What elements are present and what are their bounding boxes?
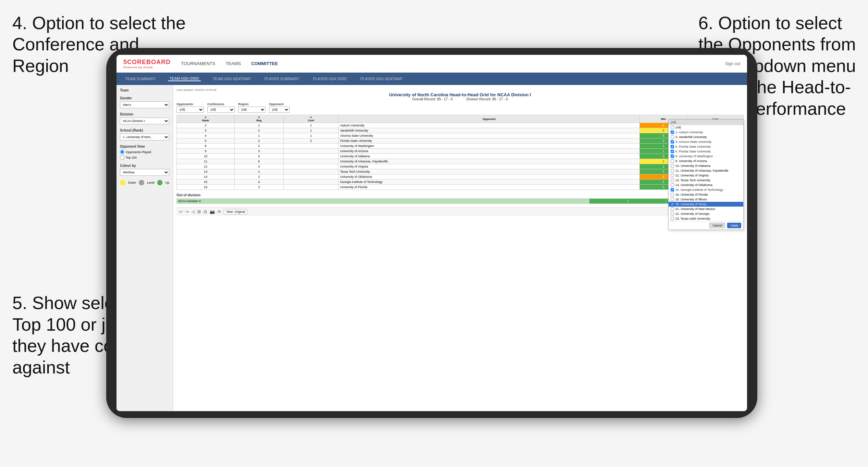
dropdown-item[interactable]: 9. University of Arizona [669,159,743,163]
dropdown-item[interactable]: 14. University of Oklahoma [669,183,743,187]
table-row: 14 2 University of Oklahoma 2 2 [177,174,744,180]
tab-team-h2h-grid[interactable]: TEAM H2H GRID [168,76,201,81]
dropdown-item[interactable]: 20. University of Texas [669,202,743,207]
dropdown-item[interactable]: 8. University of Washington [669,154,743,159]
dropdown-item[interactable]: 23. Texas A&M University [669,216,743,221]
apply-button[interactable]: Apply [727,223,741,228]
cell-reg: 2 [234,138,283,144]
paste-icon[interactable]: ⊟ [204,209,207,214]
dropdown-item[interactable]: 22. University of Georgia [669,211,743,216]
filter-row: Opponents: (All) Conference (All) Region [176,102,744,113]
toolbar-bottom: ↩ ↪ ◁ ⊞ ⊟ 📷 ⟳ View: Original [176,207,744,216]
out-of-division-row: NCAA Division II 1 0 [177,199,744,204]
tab-player-h2h-heatmap[interactable]: PLAYER H2H HEATMAP [359,77,404,81]
col-opponent: Opponent [339,115,639,123]
cell-conf: 2 [283,138,339,144]
cell-opponent: Georgia Institute of Technology [339,180,639,185]
nav-teams[interactable]: TEAMS [225,59,241,68]
top-100-radio[interactable]: Top 100 [120,155,169,160]
sub-nav: TEAM SUMMARY TEAM H2H GRID TEAM H2H HEAT… [117,73,747,85]
cell-opponent: University of Arkansas, Fayetteville [339,159,639,164]
dropdown-item[interactable]: 10. University of Alabama [669,163,743,168]
conference-filter-select[interactable]: (All) [207,107,235,113]
school-select[interactable]: 1. University of Nort... [120,134,169,140]
dropdown-item[interactable]: 4. Arizona State University [669,139,743,144]
nav-committee[interactable]: COMMITTEE [251,59,278,68]
table-row: 4 1 1 Arizona State University 5 1 [177,133,744,138]
dropdown-item[interactable]: 11. University of Arkansas, Fayetteville [669,168,743,173]
dropdown-item-label: 11. University of Arkansas, Fayetteville [675,169,729,172]
region-filter-select[interactable]: (All) [238,107,266,113]
grid-title: University of North Carolina Head-to-Hea… [176,92,744,97]
overall-record: Overall Record: 89 - 17 - 0 [412,97,453,101]
cell-rank: 16 [177,185,235,190]
tab-player-summary[interactable]: PLAYER SUMMARY [263,77,301,81]
opponent-filter-select[interactable]: (All) [269,107,290,113]
right-area: Last Updated: 4/8/2024 16:55:38 Universi… [173,85,747,411]
dropdown-item-label: 8. University of Washington [675,155,713,158]
colour-by-select[interactable]: Win/loss [120,169,169,176]
dropdown-item[interactable]: 12. University of Virginia [669,173,743,178]
dropdown-item-label: (All) [675,126,681,129]
refresh-icon[interactable]: ⟳ [218,209,221,214]
dropdown-item[interactable]: 16. University of Florida [669,192,743,197]
cancel-button[interactable]: Cancel [709,223,725,228]
dropdown-item-label: 5. Florida State University [675,145,711,148]
cell-reg: 2 [234,174,283,180]
opponent-dropdown[interactable]: (All) (All)2. Auburn University3. Vander… [668,119,744,230]
cell-conf: 1 [283,128,339,133]
dropdown-item-label: 23. Texas A&M University [675,217,710,220]
division-label: Division [120,112,169,116]
up-label: Up [165,181,169,184]
dropdown-item[interactable]: 21. University of New Mexico [669,207,743,211]
dropdown-item[interactable]: 18. University of Illinois [669,197,743,202]
grid-title-bar: University of North Carolina Head-to-Hea… [176,92,744,101]
team-label: Team [120,88,169,92]
dropdown-item[interactable]: 15. Georgia Institute of Technology [669,187,743,192]
tab-player-h2h-grid[interactable]: PLAYER H2H GRID [311,77,349,81]
dropdown-item[interactable]: 5. Florida State University [669,144,743,149]
undo-icon[interactable]: ↩ [179,209,183,214]
grid-records: Overall Record: 89 - 17 - 0 Division Rec… [176,97,744,101]
opponents-filter: Opponents: (All) [176,102,204,113]
sign-out-button[interactable]: Sign out [725,61,740,66]
table-row: 6 2 2 Florida State University 4 2 [177,138,744,144]
back-icon[interactable]: ◁ [192,209,195,214]
logo: 5COREBOARD Powered by Cloud [123,59,171,69]
cell-conf [283,144,339,149]
redo-icon[interactable]: ↪ [185,209,189,214]
main-content: Team Gender Men's Division NCAA Division… [117,85,747,411]
cell-opponent: Vanderbilt University [339,128,639,133]
copy-icon[interactable]: ⊞ [197,209,201,214]
dropdown-item[interactable]: 3. Vanderbilt University [669,135,743,139]
left-panel: Team Gender Men's Division NCAA Division… [117,85,173,411]
down-color-dot [120,180,125,185]
main-nav: TOURNAMENTS TEAMS COMMITTEE [181,59,725,68]
camera-icon[interactable]: 📷 [210,209,215,214]
dropdown-item[interactable]: (All) [669,125,743,130]
opponents-filter-label: Opponents: [176,102,204,106]
out-division-name: NCAA Division II [177,199,589,204]
dropdown-item[interactable]: 6. Florida State University [669,149,743,154]
dropdown-list: (All)2. Auburn University3. Vanderbilt U… [669,125,743,221]
tab-team-summary[interactable]: TEAM SUMMARY [123,77,158,81]
gender-label: Gender [120,96,169,100]
nav-tournaments[interactable]: TOURNAMENTS [181,59,215,68]
division-record: Division Record: 88 - 17 - 0 [466,97,508,101]
division-select[interactable]: NCAA Division I [120,118,169,124]
out-of-division-table: NCAA Division II 1 0 [176,198,744,204]
opponents-played-radio[interactable]: Opponents Played [120,150,169,154]
view-original-button[interactable]: View: Original [224,209,247,214]
cell-conf [283,169,339,174]
gender-select[interactable]: Men's [120,101,169,108]
app-header: 5COREBOARD Powered by Cloud TOURNAMENTS … [117,55,747,73]
cell-rank: 8 [177,144,235,149]
opponents-filter-select[interactable]: (All) [176,107,204,113]
tab-team-h2h-heatmap[interactable]: TEAM H2H HEATMAP [211,77,253,81]
cell-reg: 2 [234,144,283,149]
tablet-screen: 5COREBOARD Powered by Cloud TOURNAMENTS … [117,55,747,411]
region-filter: Region (All) [238,102,266,113]
dropdown-item[interactable]: 13. Texas Tech University [669,178,743,183]
dropdown-item-label: 12. University of Virginia [675,174,709,177]
dropdown-item[interactable]: 2. Auburn University [669,130,743,135]
